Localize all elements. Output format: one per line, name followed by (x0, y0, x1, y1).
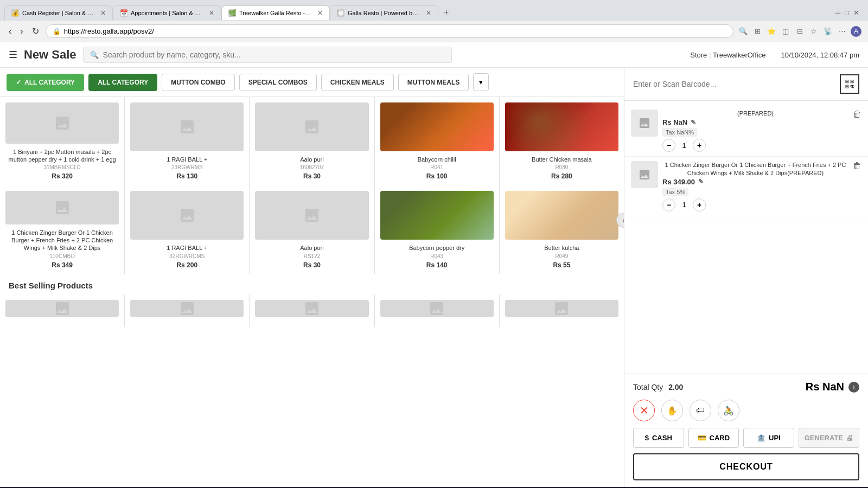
fav-icon[interactable]: ☆ (808, 26, 819, 37)
maximize-button[interactable]: □ (845, 9, 849, 17)
product-card[interactable]: Aalo puri RS122 Rs 30 (250, 185, 374, 274)
generate-button[interactable]: GENERATE 🖨 (799, 428, 859, 448)
tab-title-2: Appointments | Salon & Spa Man... (131, 10, 203, 16)
bookmark-icon[interactable]: ⭐ (766, 26, 777, 37)
back-button[interactable]: ‹ (7, 24, 14, 38)
new-tab-button[interactable]: + (438, 4, 454, 21)
product-card[interactable]: Aalo puri 16082707 Rs 30 (250, 97, 374, 185)
close-button[interactable]: ✕ (853, 9, 859, 17)
checkout-button[interactable]: CHECKOUT (633, 453, 859, 480)
hold-order-button[interactable]: ✋ (661, 400, 683, 421)
split-icon[interactable]: ⊟ (794, 26, 805, 37)
search-input[interactable] (103, 50, 445, 59)
product-card[interactable]: Babycorn pepper dry R043 Rs 140 (375, 185, 499, 274)
product-name: 1 RAGI BALL + (167, 156, 207, 163)
image-placeholder-icon (428, 300, 445, 317)
cast-icon[interactable]: 📡 (822, 26, 833, 37)
product-image (380, 102, 494, 151)
product-search-bar[interactable]: 🔍 (83, 47, 452, 63)
tab-favicon-4: 🍽️ (337, 9, 344, 17)
discount-button[interactable]: 🏷 (690, 400, 711, 421)
minimize-button[interactable]: ─ (835, 9, 840, 17)
sidebar-icon[interactable]: ◫ (780, 26, 791, 37)
product-image (5, 300, 119, 317)
qr-code-icon[interactable] (840, 74, 859, 94)
product-card[interactable]: 1 RAGI BALL + 32RGWRCMS Rs 200 (125, 185, 249, 274)
product-card[interactable]: 1 RAGI BALL + 23RGWRMS Rs 130 (125, 97, 249, 185)
category-dropdown[interactable]: ▾ (473, 73, 489, 91)
product-sku: 110CMBO (49, 253, 75, 259)
extensions-icon[interactable]: ⊞ (752, 26, 763, 37)
product-name: Butter kulcha (544, 244, 579, 252)
forward-button[interactable]: › (18, 24, 25, 38)
increase-qty-button[interactable]: + (693, 139, 706, 152)
info-icon[interactable]: i (848, 382, 859, 393)
card-button[interactable]: 💳 CARD (688, 428, 739, 448)
delete-item-button[interactable]: 🗑 (853, 161, 861, 211)
tab-close-1[interactable]: ✕ (100, 9, 106, 17)
product-sku: 23RGWRMS (171, 164, 203, 170)
product-price: Rs 200 (176, 261, 197, 269)
category-mutton-meals[interactable]: MUTTON MEALS (398, 74, 469, 91)
image-placeholder-icon (303, 207, 321, 224)
decrease-qty-button[interactable]: − (662, 198, 675, 211)
product-card[interactable]: Butter Chicken masala R080 Rs 280 (500, 97, 624, 185)
barcode-input[interactable] (633, 80, 835, 88)
delivery-button[interactable]: 🚴 (718, 400, 739, 421)
browser-tab-2[interactable]: 📅 Appointments | Salon & Spa Man... ✕ (113, 5, 221, 20)
tab-favicon-1: 💰 (11, 9, 19, 17)
cash-button[interactable]: $ CASH (633, 428, 684, 448)
payment-row: $ CASH 💳 CARD 🏦 UPI GENERATE 🖨 (633, 428, 859, 448)
upi-button[interactable]: 🏦 UPI (743, 428, 794, 448)
product-card[interactable]: 1 Biriyani + 2pc Mutton masala + 2pc mut… (0, 97, 124, 185)
search-extension-icon[interactable]: 🔍 (738, 26, 749, 37)
category-special-combos[interactable]: SPECIAL COMBOS (239, 74, 317, 91)
browser-tab-1[interactable]: 💰 Cash Register | Salon & Spa Man... ✕ (4, 5, 113, 20)
category-chicken-meals[interactable]: CHICKEN MEALS (321, 74, 394, 91)
total-amount: Rs NaN (806, 381, 844, 393)
tab-title-4: Galla Resto | Powered by Galla (348, 10, 420, 16)
tab-close-2[interactable]: ✕ (209, 9, 214, 17)
edit-price-icon[interactable]: ✎ (698, 178, 704, 185)
product-card[interactable]: 1 Chicken Zinger Burger Or 1 Chicken Bur… (0, 185, 124, 274)
cart-item-price: Rs 349.00 ✎ (662, 178, 848, 186)
best-selling-product-card[interactable] (125, 294, 249, 327)
menu-icon[interactable]: ☰ (9, 49, 17, 61)
product-image (255, 191, 368, 240)
barcode-area (624, 68, 868, 101)
best-selling-product-card[interactable] (375, 294, 499, 327)
best-selling-product-card[interactable] (0, 294, 124, 327)
profile-icon[interactable]: A (851, 26, 861, 37)
store-label: Store : TreewalkerOffice (690, 51, 765, 59)
products-row2-wrapper: 1 Chicken Zinger Burger Or 1 Chicken Bur… (0, 185, 624, 274)
product-sku: R043 (430, 253, 443, 259)
browser-tab-3[interactable]: 🌿 Treewalker Galla Resto - Galla App ✕ (221, 5, 330, 20)
edit-price-icon[interactable]: ✎ (691, 119, 696, 126)
print-icon: 🖨 (846, 434, 853, 442)
product-image (380, 300, 494, 317)
category-mutton-combo[interactable]: MUTTON COMBO (162, 74, 234, 91)
cancel-order-button[interactable]: ✕ (633, 400, 655, 421)
product-price: Rs 30 (303, 261, 321, 269)
url-input[interactable] (64, 27, 726, 35)
image-placeholder-icon (54, 300, 71, 317)
product-card[interactable]: Butter kulcha R049 Rs 55 › (500, 185, 624, 274)
best-selling-product-card[interactable] (250, 294, 374, 327)
nav-icons: 🔍 ⊞ ⭐ ◫ ⊟ ☆ 📡 ⋯ A (738, 26, 861, 37)
category-all-dark[interactable]: ALL CATEGORY (88, 74, 157, 91)
tab-close-3[interactable]: ✕ (317, 9, 323, 17)
product-image (505, 102, 618, 151)
best-selling-product-card[interactable] (500, 294, 624, 327)
increase-qty-button[interactable]: + (693, 198, 706, 211)
more-icon[interactable]: ⋯ (837, 26, 847, 37)
tab-close-4[interactable]: ✕ (426, 9, 431, 17)
best-selling-heading: Best Selling Products (0, 274, 624, 294)
product-card[interactable]: Babycorn chilli R041 Rs 100 (375, 97, 499, 185)
product-name: Babycorn pepper dry (409, 244, 464, 252)
category-all-check[interactable]: ✓ ALL CATEGORY (7, 74, 84, 91)
delete-item-button[interactable]: 🗑 (853, 110, 861, 152)
browser-tab-4[interactable]: 🍽️ Galla Resto | Powered by Galla ✕ (330, 5, 438, 20)
address-bar[interactable]: 🔒 (46, 24, 733, 38)
reload-button[interactable]: ↻ (30, 24, 41, 38)
decrease-qty-button[interactable]: − (662, 139, 675, 152)
